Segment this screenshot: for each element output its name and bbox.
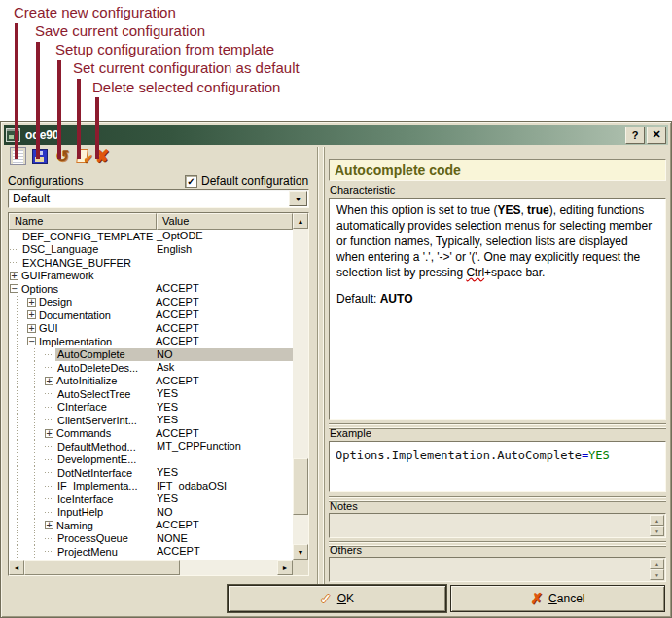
tree-indent-guide: [9, 480, 26, 493]
tree-row[interactable]: +DesignACCEPT: [9, 296, 293, 309]
tree-item-value: IFT_odabaOSI: [157, 480, 227, 493]
tree-row-body: InputHelpNO: [55, 506, 293, 520]
configuration-tree[interactable]: Name Value DEF_CONFIG_TEMPLATE_OptODEDSC…: [8, 212, 309, 576]
tree-item-value: _OptODE: [157, 230, 203, 243]
tree-row[interactable]: DotNetInterfaceYES: [9, 466, 293, 480]
scroll-right-button[interactable]: ►: [277, 560, 293, 575]
tree-row[interactable]: AutoCompleteNO: [9, 348, 293, 362]
default-configuration-checkbox[interactable]: ✓: [185, 175, 197, 188]
window-title: ode90: [25, 128, 623, 142]
tree-indent-guide: [26, 361, 44, 375]
horizontal-scroll-thumb[interactable]: [24, 560, 180, 575]
tree-row[interactable]: −ImplementationACCEPT: [9, 335, 293, 348]
tree-row[interactable]: +GUIACCEPT: [9, 322, 293, 336]
section-splitter[interactable]: [329, 423, 666, 429]
tree-row-body: DSC_LanguageEnglish: [20, 243, 293, 257]
column-header-value[interactable]: Value: [157, 213, 293, 230]
tree-row[interactable]: AutoDeleteDes...Ask: [9, 361, 293, 375]
expand-icon[interactable]: +: [45, 429, 53, 438]
mini-scroll-down-button[interactable]: ▼: [650, 569, 664, 580]
others-box[interactable]: ▲▼: [329, 557, 666, 582]
notes-box[interactable]: ▲▼: [329, 513, 666, 538]
tree-row[interactable]: AutoSelectTreeYES: [9, 387, 293, 401]
cancel-button[interactable]: ✗Cancel: [450, 585, 665, 612]
combobox-dropdown-button[interactable]: ▼: [289, 191, 307, 206]
tree-item-name: Options: [19, 283, 58, 295]
expand-icon[interactable]: +: [10, 272, 18, 280]
column-header-name[interactable]: Name: [9, 213, 157, 230]
tree-row[interactable]: IF_Implementa...IFT_odabaOSI: [9, 480, 293, 493]
scroll-up-button[interactable]: ▲: [293, 213, 308, 229]
tree-indent-guide: [26, 532, 44, 546]
tree-row[interactable]: IceInterfaceYES: [9, 492, 293, 506]
expand-icon[interactable]: +: [27, 310, 36, 319]
tree-row[interactable]: EXCHANGE_BUFFER: [9, 256, 293, 270]
expand-icon[interactable]: +: [45, 521, 53, 529]
save-current-configuration-button[interactable]: [30, 146, 50, 165]
example-label: Example: [330, 427, 371, 439]
vertical-scrollbar[interactable]: ▲ ▼: [293, 213, 308, 560]
tree-row[interactable]: +DocumentationACCEPT: [9, 309, 293, 322]
tree-item-name: DSC_Language: [20, 243, 98, 255]
tree-row[interactable]: +AutoInitializeACCEPT: [9, 375, 293, 388]
ok-button[interactable]: ✓OK: [228, 585, 446, 612]
section-splitter[interactable]: [329, 496, 666, 502]
expand-icon[interactable]: +: [27, 298, 36, 307]
horizontal-scrollbar[interactable]: ◄ ►: [9, 560, 293, 575]
expand-icon[interactable]: +: [27, 324, 36, 333]
tree-item-value: ACCEPT: [157, 545, 200, 559]
tree-item-name: ProjectMenu: [55, 546, 118, 558]
tree-row[interactable]: +GUIFramework: [9, 270, 293, 283]
tree-indent-guide: [9, 440, 26, 454]
tree-row[interactable]: DSC_LanguageEnglish: [9, 243, 293, 257]
expand-icon[interactable]: +: [45, 377, 53, 385]
tree-row[interactable]: +CommandsACCEPT: [9, 427, 293, 441]
tree-item-value: ACCEPT: [156, 322, 199, 336]
tree-row-body: IF_Implementa...IFT_odabaOSI: [55, 480, 293, 493]
section-splitter[interactable]: [329, 541, 666, 547]
help-button[interactable]: ?: [625, 127, 645, 144]
tree-row[interactable]: DefaultMethod...MT_CPPFunction: [9, 440, 293, 454]
title-bar[interactable]: ode90 ? ✕: [4, 125, 668, 145]
tree-row[interactable]: ProcessQueueNONE: [9, 532, 293, 546]
tree-item-name: ClientServerInt...: [55, 415, 137, 426]
tree-row[interactable]: DevelopmentE...: [9, 454, 293, 467]
tree-indent-guide: [26, 427, 44, 441]
save-icon: [32, 149, 48, 164]
tree-indent-guide: [9, 309, 26, 322]
characteristic-text: When this option is set to true (YES, tr…: [329, 198, 666, 420]
tree-row-body: AutoSelectTreeYES: [55, 387, 293, 401]
tree-item-name: IceInterface: [55, 493, 113, 505]
tree-rows: DEF_CONFIG_TEMPLATE_OptODEDSC_LanguageEn…: [9, 230, 293, 560]
close-button[interactable]: ✕: [647, 127, 666, 144]
tree-item-name: AutoSelectTree: [55, 388, 130, 400]
tree-row[interactable]: ClientServerInt...YES: [9, 414, 293, 427]
scroll-down-button[interactable]: ▼: [293, 544, 308, 560]
tree-row[interactable]: −OptionsACCEPT: [9, 282, 293, 296]
setup-configuration-from-template-button[interactable]: ↺: [53, 146, 72, 165]
pane-splitter[interactable]: [317, 147, 325, 600]
annotation-arrow-line: [77, 79, 81, 159]
tree-item-value: NONE: [157, 532, 188, 546]
mini-scroll-down-button[interactable]: ▼: [650, 526, 664, 536]
configuration-combobox[interactable]: Default ▼: [8, 189, 309, 208]
tree-row[interactable]: CInterfaceYES: [9, 401, 293, 415]
tree-row-body: DocumentationACCEPT: [37, 309, 293, 322]
collapse-icon[interactable]: −: [27, 337, 36, 345]
mini-scroll-up-button[interactable]: ▲: [650, 559, 664, 569]
tree-row[interactable]: +NamingACCEPT: [9, 519, 293, 532]
tree-item-value: ACCEPT: [156, 519, 199, 532]
vertical-scroll-thumb[interactable]: [293, 458, 308, 515]
tree-row-body: ImplementationACCEPT: [37, 335, 293, 348]
scroll-left-button[interactable]: ◄: [9, 560, 24, 575]
tree-row[interactable]: ProjectMenuACCEPT: [9, 545, 293, 559]
tree-row[interactable]: DEF_CONFIG_TEMPLATE_OptODE: [9, 230, 293, 243]
mini-scroll-up-button[interactable]: ▲: [650, 515, 664, 526]
tree-indent-guide: [26, 545, 44, 559]
collapse-icon[interactable]: −: [10, 284, 18, 293]
tree-leaf-stub: [44, 545, 55, 559]
annotation-set-default: Set current configuration as default: [73, 59, 300, 76]
tree-indent-guide: [9, 466, 26, 480]
tree-item-name: GUIFramework: [19, 270, 94, 281]
tree-row[interactable]: InputHelpNO: [9, 506, 293, 520]
